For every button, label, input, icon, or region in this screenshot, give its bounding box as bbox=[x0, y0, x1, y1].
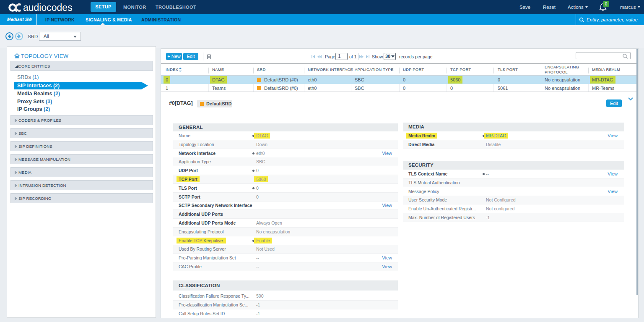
svg-text:audiocodes: audiocodes bbox=[23, 2, 73, 13]
